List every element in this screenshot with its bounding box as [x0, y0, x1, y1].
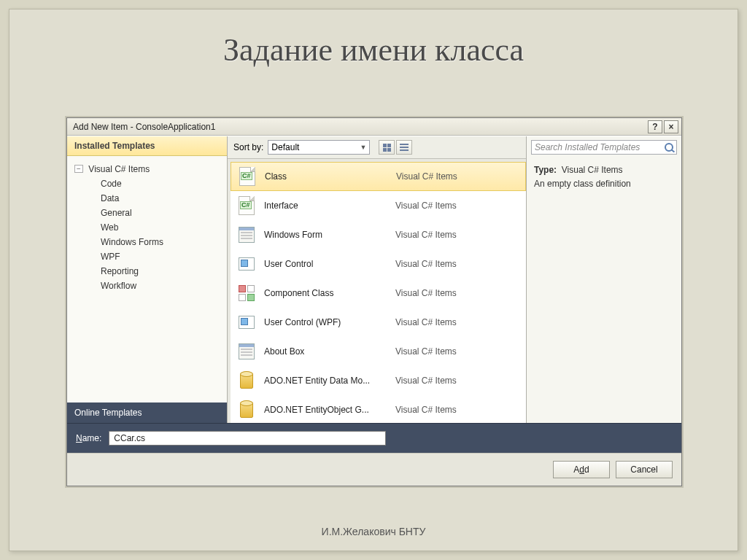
template-category: Visual C# Items [396, 171, 521, 182]
tree-root[interactable]: − Visual C# Items [71, 162, 222, 176]
name-label: Name: [76, 433, 101, 443]
tree-child[interactable]: General [71, 206, 222, 220]
template-name: Class [265, 171, 396, 182]
name-bar: Name: CCar.cs [67, 423, 681, 453]
search-icon [665, 143, 673, 152]
tree-child[interactable]: Workflow [71, 279, 222, 293]
template-name: Windows Form [264, 230, 395, 240]
dialog-titlebar: Add New Item - ConsoleApplication1 ? × [67, 118, 681, 136]
template-name: ADO.NET EntityObject G... [264, 405, 395, 415]
templates-toolbar: Sort by: Default ▼ [228, 136, 526, 159]
add-new-item-dialog: Add New Item - ConsoleApplication1 ? × I… [66, 117, 682, 486]
tree-child[interactable]: Windows Forms [71, 235, 222, 249]
template-category: Visual C# Items [395, 405, 522, 415]
template-category: Visual C# Items [395, 346, 522, 357]
template-item[interactable]: About BoxVisual C# Items [231, 337, 526, 366]
tree-child[interactable]: Data [71, 191, 222, 206]
tree-child[interactable]: WPF [71, 249, 222, 264]
close-button[interactable]: × [664, 120, 678, 133]
view-small-icons-button[interactable] [396, 140, 412, 155]
template-icon [236, 341, 257, 362]
template-item[interactable]: User Control (WPF)Visual C# Items [231, 308, 526, 337]
template-item[interactable]: C#InterfaceVisual C# Items [231, 191, 526, 220]
dialog-title: Add New Item - ConsoleApplication1 [73, 122, 215, 132]
templates-list: C#ClassVisual C# ItemsC#InterfaceVisual … [231, 162, 526, 423]
template-icon: C# [237, 166, 258, 187]
template-item[interactable]: Windows FormVisual C# Items [231, 220, 526, 249]
template-category: Visual C# Items [395, 376, 522, 386]
template-description: Type: Visual C# Items An empty class def… [527, 158, 681, 197]
online-templates-header[interactable]: Online Templates [67, 402, 227, 423]
collapse-icon[interactable]: − [74, 165, 83, 173]
template-icon [236, 312, 257, 332]
template-icon [236, 283, 257, 303]
template-icon: C# [236, 195, 257, 216]
dialog-buttons: Add Cancel [67, 453, 681, 486]
templates-panel: Sort by: Default ▼ C#ClassVisual C# Item… [228, 136, 527, 423]
view-medium-icons-button[interactable] [379, 140, 395, 155]
slide-frame: Задание имени класса Add New Item - Cons… [9, 9, 738, 551]
template-item[interactable]: ADO.NET EntityObject G...Visual C# Items [231, 395, 526, 423]
sort-by-select[interactable]: Default ▼ [268, 140, 370, 155]
cancel-button[interactable]: Cancel [616, 461, 673, 478]
template-icon [236, 254, 257, 274]
templates-sidebar: Installed Templates − Visual C# Items Co… [67, 136, 228, 423]
template-icon [236, 370, 257, 391]
template-item[interactable]: Component ClassVisual C# Items [231, 279, 526, 308]
chevron-down-icon: ▼ [360, 144, 366, 151]
template-name: About Box [264, 346, 395, 357]
help-button[interactable]: ? [648, 120, 662, 133]
template-item[interactable]: User ControlVisual C# Items [231, 249, 526, 279]
template-name: Component Class [264, 288, 395, 298]
details-panel: Search Installed Templates Type: Visual … [527, 136, 681, 423]
search-input[interactable]: Search Installed Templates [531, 140, 677, 155]
template-name: ADO.NET Entity Data Mo... [264, 376, 395, 386]
tree-child[interactable]: Code [71, 176, 222, 191]
slide-title: Задание имени класса [9, 9, 738, 82]
template-icon [236, 225, 257, 245]
slide-credit: И.М.Желакович БНТУ [9, 526, 738, 537]
template-item[interactable]: ADO.NET Entity Data Mo...Visual C# Items [231, 366, 526, 395]
template-category: Visual C# Items [395, 230, 522, 240]
template-name: User Control [264, 259, 395, 269]
template-category: Visual C# Items [395, 259, 522, 269]
installed-templates-header: Installed Templates [67, 136, 227, 156]
template-category: Visual C# Items [395, 317, 522, 327]
add-button[interactable]: Add [553, 461, 610, 478]
template-category: Visual C# Items [395, 201, 522, 211]
name-input[interactable]: CCar.cs [109, 431, 386, 446]
template-category: Visual C# Items [395, 288, 522, 298]
template-name: Interface [264, 201, 395, 211]
tree-child[interactable]: Web [71, 220, 222, 235]
template-icon [236, 400, 257, 420]
tree-child[interactable]: Reporting [71, 264, 222, 279]
template-item[interactable]: C#ClassVisual C# Items [231, 162, 526, 191]
sort-by-label: Sort by: [233, 142, 263, 152]
template-name: User Control (WPF) [264, 317, 395, 327]
templates-tree: − Visual C# Items Code Data General Web … [67, 156, 227, 402]
